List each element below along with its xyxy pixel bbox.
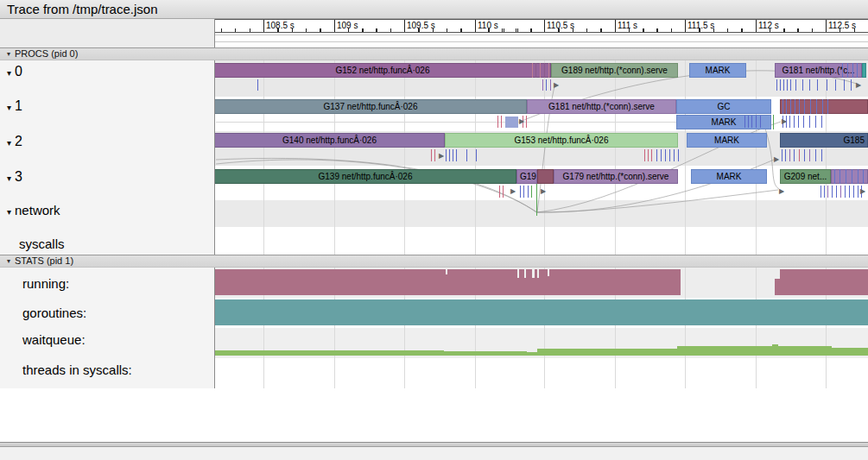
ruler-tick [488,28,489,32]
trace-span-label: MARK [692,170,766,183]
event-arrowhead-icon: ▶ [860,188,865,195]
ruler-tick [278,28,279,32]
ruler-tick [797,28,798,32]
trace-span-label: G179 net/http.(*conn).serve [554,170,677,183]
trace-span[interactable]: G153 net/http.funcÂ·026 [445,133,678,148]
trace-span[interactable]: G137 net/http.funcÂ·026 [214,99,527,114]
trace-span[interactable]: G181 net/http.(*c... [775,63,862,78]
event-tick [835,79,836,91]
trace-span[interactable] [537,169,554,184]
trace-span[interactable]: G209 net... [780,169,831,184]
proc-row-label-1[interactable]: ▾1 [7,98,22,114]
ruler-tick-label: 108.5 s [266,21,295,30]
proc-row-text: 3 [15,169,22,184]
proc-row-label-3[interactable]: ▾3 [7,169,22,185]
event-tick [798,116,799,128]
event-tick [648,149,649,161]
event-tick [548,63,549,78]
ruler-tick [377,28,377,32]
proc-row-text: 1 [15,98,22,113]
stat-bar-waitqueue[interactable] [444,351,527,356]
stat-bar-notch [446,269,447,274]
trace-span[interactable]: G185 [780,133,868,148]
proc-row-label-2[interactable]: ▾2 [7,134,22,149]
trace-span[interactable] [862,63,866,78]
stat-bar-waitqueue[interactable] [677,346,772,356]
event-tick [820,186,821,198]
timeline-ruler[interactable]: 108.5 s109 s109.5 s110 s110.5 s111 s111.… [215,19,868,33]
event-tick [789,116,790,128]
trace-span[interactable]: GC [676,99,771,114]
event-tick [785,149,786,161]
event-tick [858,186,858,198]
event-tick [863,169,864,184]
stat-bar-goroutines[interactable] [214,299,868,325]
stat-label-goroutines: goroutines: [22,306,86,320]
trace-span[interactable]: MARK [687,133,767,148]
ruler-tick [516,28,516,32]
trace-span[interactable] [780,99,868,114]
stat-bar-running[interactable] [780,269,868,295]
event-tick [822,99,823,114]
ruler-tick [559,28,560,32]
ruler-tick [700,28,700,32]
ruler-tick [826,20,827,32]
trace-span[interactable]: G181 net/http.(*conn).serve [527,99,676,114]
syscalls-row-label[interactable]: syscalls [19,236,65,251]
proc-row-label-0[interactable]: ▾0 [7,64,22,79]
stat-bar-waitqueue[interactable] [214,350,444,356]
collapse-triangle-icon: ▾ [7,207,11,217]
trace-span[interactable]: MARK [691,169,767,184]
stat-bar-waitqueue[interactable] [832,348,868,356]
trace-span[interactable]: MARK [689,63,746,78]
ruler-tick [504,28,504,32]
stats-section-header[interactable]: ▾STATS (pid 1) [0,255,868,268]
trace-span[interactable]: G139 net/http.funcÂ·026 [214,169,516,184]
event-tick [845,186,846,198]
event-tick [794,149,795,161]
ruler-tick [656,28,657,32]
ruler-tick-label: 112.5 s [828,21,856,30]
event-tick [852,169,852,184]
stat-bar-running[interactable] [214,269,681,295]
ruler-tick [685,20,686,32]
ruler-tick [376,28,377,32]
trace-span[interactable]: G189 net/http.(*conn).serve [551,63,678,78]
event-tick [456,149,457,161]
event-tick [453,149,453,161]
title-bar: Trace from /tmp/trace.json [0,0,868,19]
trace-span-label: G181 net/http.(*c... [776,64,861,77]
stat-bar-waitqueue[interactable] [527,352,537,356]
trace-span-label: G181 net/http.(*conn).serve [528,100,675,113]
event-tick [844,79,845,91]
trace-span[interactable]: G140 net/http.funcÂ·026 [214,133,445,148]
network-row-label[interactable]: ▾network [7,203,60,217]
event-tick [789,149,790,161]
horizontal-scrollbar[interactable] [0,442,868,447]
trace-span[interactable]: G19 [516,169,537,184]
ruler-tick [348,28,349,32]
event-tick [748,116,749,128]
ruler-subline [215,41,868,42]
procs-section-header[interactable]: ▾PROCS (pid 0) [0,47,868,60]
stat-bar-waitqueue[interactable] [778,346,832,356]
trace-span[interactable]: G152 net/http.funcÂ·026 [214,63,551,78]
collapse-triangle-icon: ▾ [7,257,10,265]
event-tick [497,116,498,128]
stat-bar-waitqueue[interactable] [537,349,677,356]
trace-span[interactable]: MARK [676,115,771,129]
ruler-tick [390,28,391,32]
event-tick [523,186,524,198]
ruler-tick-label: 111.5 s [687,21,714,30]
stat-bar-waitqueue[interactable] [772,344,778,356]
stat-bar-notch [517,269,519,278]
trace-span[interactable]: G179 net/http.(*conn).serve [554,169,678,184]
event-tick [644,149,645,161]
event-tick [665,149,666,161]
event-arrowhead-icon: ▶ [856,82,861,89]
ruler-tick [798,28,799,32]
ruler-tick [461,28,462,32]
ruler-tick [742,28,743,32]
event-tick [434,149,435,161]
window-title: Trace from /tmp/trace.json [7,2,158,16]
